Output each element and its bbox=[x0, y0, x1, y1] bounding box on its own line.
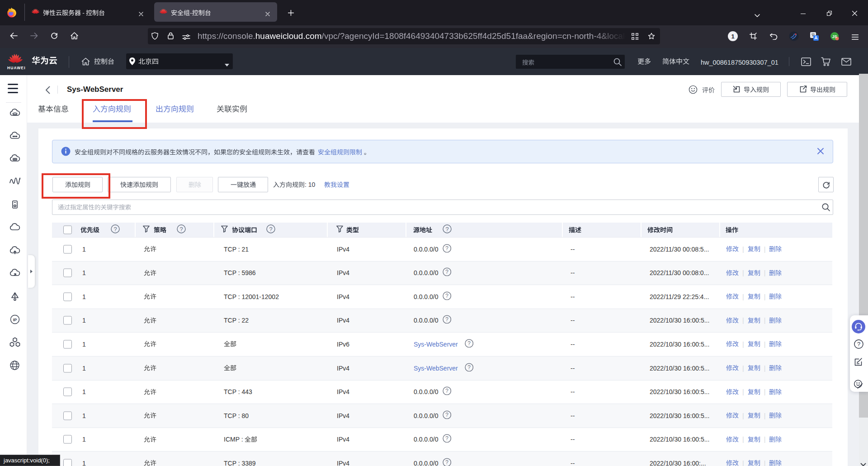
svg-text:?: ? bbox=[445, 269, 448, 275]
svg-text:?: ? bbox=[445, 316, 448, 323]
svg-text:?: ? bbox=[857, 341, 860, 347]
svg-text:?: ? bbox=[445, 245, 448, 252]
svg-text:?: ? bbox=[445, 459, 448, 466]
svg-text:?: ? bbox=[269, 226, 272, 233]
svg-text:?: ? bbox=[445, 435, 448, 442]
svg-text:?: ? bbox=[445, 388, 448, 394]
svg-text:IP: IP bbox=[13, 318, 17, 322]
svg-text:?: ? bbox=[113, 226, 117, 233]
svg-text:?: ? bbox=[445, 412, 448, 418]
svg-text:JS: JS bbox=[832, 34, 837, 39]
svg-text:?: ? bbox=[445, 226, 448, 233]
svg-text:?: ? bbox=[467, 364, 471, 371]
svg-text:?: ? bbox=[445, 293, 448, 299]
svg-text:?: ? bbox=[467, 340, 471, 347]
svg-text:?: ? bbox=[179, 226, 183, 233]
